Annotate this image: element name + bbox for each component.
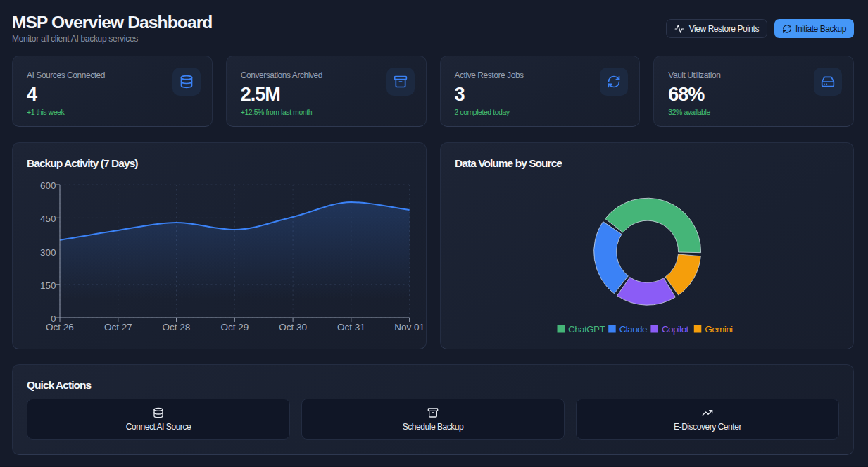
svg-text:Claude: Claude [619,324,647,335]
svg-text:Oct 30: Oct 30 [279,322,307,332]
svg-text:300: 300 [40,247,56,258]
svg-text:Oct 28: Oct 28 [163,322,191,332]
svg-text:Oct 27: Oct 27 [104,322,132,332]
svg-text:Copilot: Copilot [662,324,689,335]
svg-text:ChatGPT: ChatGPT [568,324,605,335]
svg-text:Oct 29: Oct 29 [220,322,249,332]
svg-text:Nov 01: Nov 01 [394,322,424,332]
svg-text:Oct 26: Oct 26 [46,322,74,332]
svg-text:450: 450 [40,214,56,225]
svg-text:150: 150 [40,280,56,291]
svg-text:Gemini: Gemini [705,324,733,335]
svg-text:Oct 31: Oct 31 [337,322,365,332]
svg-text:600: 600 [40,180,56,191]
